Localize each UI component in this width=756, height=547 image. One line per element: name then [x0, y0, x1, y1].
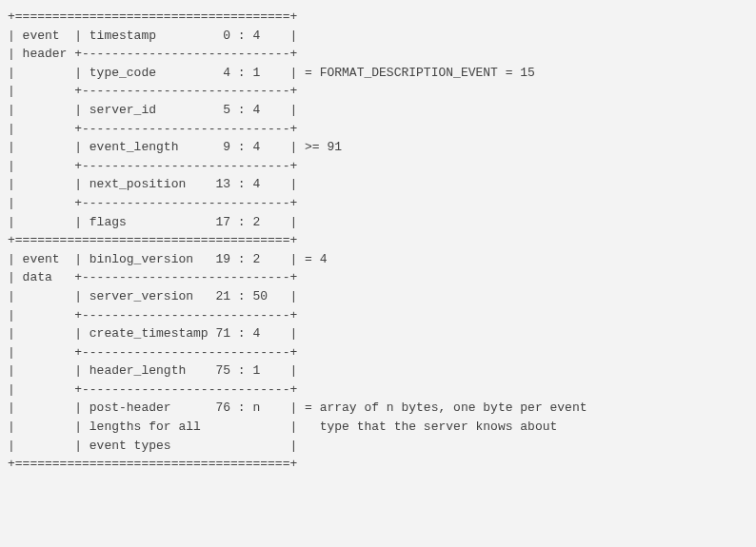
diagram-line-22: | | lengths for all | type that the serv…	[8, 418, 748, 437]
diagram-line-6: | +----------------------------+	[8, 120, 748, 139]
diagram-line-0: +=====================================+	[8, 8, 748, 27]
diagram-line-2: | header +----------------------------+	[8, 45, 748, 64]
diagram-line-21: | | post-header 76 : n | = array of n by…	[8, 399, 748, 418]
diagram-line-19: | | header_length 75 : 1 |	[8, 361, 748, 381]
diagram-line-12: +=====================================+	[8, 231, 748, 250]
diagram-line-1: | event | timestamp 0 : 4 |	[8, 27, 748, 46]
diagram-line-15: | | server_version 21 : 50 |	[8, 287, 748, 306]
diagram-line-20: | +----------------------------+	[8, 381, 748, 400]
ascii-struct-diagram: +=====================================+|…	[8, 8, 748, 474]
diagram-line-9: | | next_position 13 : 4 |	[8, 175, 748, 194]
diagram-line-18: | +----------------------------+	[8, 343, 748, 362]
diagram-line-8: | +----------------------------+	[8, 157, 748, 176]
diagram-line-5: | | server_id 5 : 4 |	[8, 101, 748, 120]
diagram-line-10: | +----------------------------+	[8, 194, 748, 213]
diagram-line-14: | data +----------------------------+	[8, 268, 748, 287]
diagram-line-24: +=====================================+	[8, 455, 748, 474]
diagram-line-16: | +----------------------------+	[8, 306, 748, 325]
diagram-line-7: | | event_length 9 : 4 | >= 91	[8, 138, 748, 157]
diagram-line-17: | | create_timestamp 71 : 4 |	[8, 324, 748, 343]
diagram-line-23: | | event types |	[8, 437, 748, 456]
diagram-line-13: | event | binlog_version 19 : 2 | = 4	[8, 250, 748, 269]
diagram-line-4: | +----------------------------+	[8, 82, 748, 101]
diagram-line-11: | | flags 17 : 2 |	[8, 213, 748, 232]
diagram-line-3: | | type_code 4 : 1 | = FORMAT_DESCRIPTI…	[8, 64, 748, 83]
